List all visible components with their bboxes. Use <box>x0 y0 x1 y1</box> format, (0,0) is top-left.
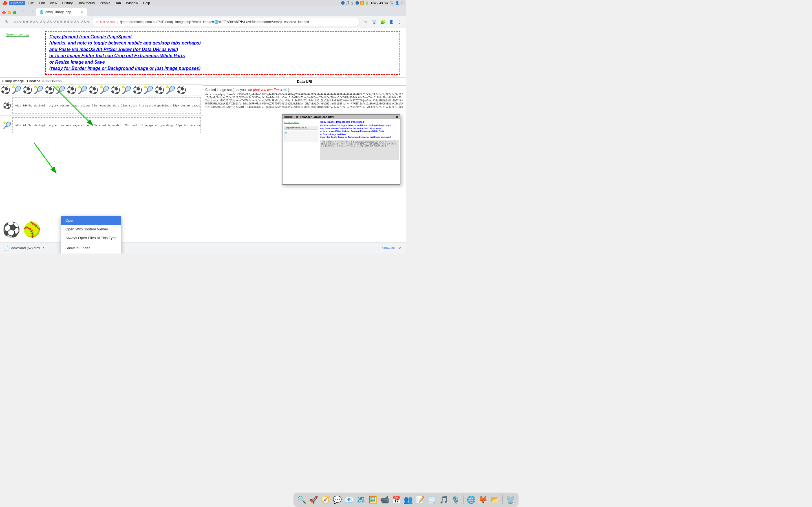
instruction-line2: (thanks, and note to toggle between mobi… <box>49 41 201 45</box>
profile-icon[interactable]: 👤 <box>388 18 395 25</box>
menu-window[interactable]: Window <box>124 1 140 5</box>
borderimg1-textarea[interactable]: <div id='borderimg1' style='border-image… <box>12 98 201 114</box>
extensions-icon[interactable]: 🧩 <box>379 18 386 25</box>
screenshot-line-5: (ready for Border Image or Background Im… <box>320 136 399 139</box>
creator-label: Creator <box>27 79 40 83</box>
screenshot-line-1: (thanks, and note to toggle between mobi… <box>320 124 399 127</box>
context-menu-open-viewer[interactable]: Open With System Viewer <box>61 225 121 233</box>
soccer-ball-icon: ⚽ <box>2 221 20 238</box>
context-menu-open[interactable]: Open <box>61 216 121 225</box>
cast-icon[interactable]: 📡 <box>370 18 378 25</box>
emoji-ball-9: ⚽ <box>89 86 98 95</box>
copied-label-text: Copied image src (that you can <box>205 88 252 92</box>
menu-people[interactable]: People <box>98 1 112 5</box>
tab-favicon: 🌐 <box>40 10 44 14</box>
screenshot-panel: ⬛⬛⬛ FTP uploader - download.html ✕ Local… <box>282 114 400 185</box>
remote-system-label[interactable]: Remote system <box>6 33 34 37</box>
window-close-button[interactable] <box>2 11 6 14</box>
separator: | <box>117 20 118 24</box>
menubar-control-icon[interactable]: ☰ <box>401 1 404 5</box>
emoji-ball-3: ⚽ <box>22 86 33 95</box>
emoji-ball-4: 🎾 <box>34 86 43 95</box>
address-bar-icons: ☆ 📡 🧩 👤 ⋮ <box>362 18 403 25</box>
screenshot-url-bar: rjmprogramming.com.au <box>284 126 317 129</box>
address-bar[interactable]: ⚠ Not Secure | rjmprogramming.com.au/PHP… <box>92 18 360 26</box>
screenshot-content: Local system rjmprogramming.com.au 🌐 Cop… <box>283 119 400 183</box>
menu-help[interactable]: Help <box>141 1 152 5</box>
menu-chrome[interactable]: Chrome <box>9 1 26 5</box>
menu-bookmarks[interactable]: Bookmarks <box>76 1 97 5</box>
copied-label: Copied image src (that you can (that you… <box>205 88 404 92</box>
browser-tab-active[interactable]: 🌐 emoji_image.php × <box>36 8 87 16</box>
security-icon: ⚠ <box>96 20 98 24</box>
screenshot-line-2: and Paste via macOS Alt-PrtScr Below (fo… <box>320 127 399 130</box>
emoji-ball-17: ⚽ <box>176 86 186 95</box>
borderimg2-textarea[interactable]: <div id='borderimg2' style='border-image… <box>12 117 201 133</box>
context-menu-separator-1 <box>61 243 121 243</box>
screenshot-right-content: Copy (Image) from Google PageSpeed (than… <box>319 119 400 183</box>
textarea-section-1: ⚽ <div id='borderimg1' style='border-ima… <box>0 96 203 115</box>
nav-back-button[interactable]: ‹ <box>19 7 27 15</box>
left-side-decoration-2: 🎾 <box>2 117 12 133</box>
menu-history[interactable]: History <box>60 1 75 5</box>
download-arrow-button[interactable]: ∧ <box>42 246 45 250</box>
emoji-ball-11: ⚽ <box>110 86 120 95</box>
menu-icon[interactable]: ⋮ <box>396 18 403 25</box>
email-italic-text: that you can Email 📧 <box>254 88 287 92</box>
nav-forward-button[interactable]: › <box>28 7 36 15</box>
download-bar-close[interactable]: × <box>397 245 403 251</box>
not-secure-label: Not Secure <box>100 20 116 24</box>
screenshot-line-3: or to an Image Editor that can Crop out … <box>320 130 399 133</box>
softball-icon: 🥎 <box>23 221 41 238</box>
screenshot-code-block: <rjf rjFTPurl="rjm-279-203-5-3.3.backbla… <box>320 140 399 160</box>
screenshot-panel-close[interactable]: ✕ <box>396 115 398 119</box>
show-all-button[interactable]: Show all <box>382 246 395 250</box>
panel-header-left: Emoji Image Creator (Paste Below) <box>0 78 203 84</box>
context-menu-separator-2 <box>61 253 121 253</box>
screenshot-local-label: Local system rjmprogramming.com.au 🌐 <box>283 119 319 183</box>
left-side-decoration-1: ⚽ <box>2 98 12 114</box>
screenshot-address-bar: rjmprogramming.com.au 🌐 <box>284 126 317 142</box>
tab-bar: ‹ › 🌐 emoji_image.php × + <box>0 6 406 16</box>
emoji-ball-1: ⚽ <box>1 86 10 95</box>
emoji-ball-13: ⚽ <box>133 86 142 95</box>
borderimg1-text: <div id='borderimg1' style='border-image… <box>15 104 201 107</box>
emoji-ball-14: 🎾 <box>144 86 153 95</box>
new-tab-button[interactable]: + <box>88 8 96 16</box>
data-uri-text-content: data:image/png;base64,iVBORw0KGgoAAAANSU… <box>205 93 403 108</box>
menu-tab[interactable]: Tab <box>113 1 123 5</box>
download-file-icon: 📄 <box>3 245 9 251</box>
emoji-ball-15: ⚽ <box>154 86 164 95</box>
context-menu-show-finder[interactable]: Show in Finder <box>61 244 121 252</box>
window-minimize-button[interactable] <box>8 11 11 14</box>
menu-view[interactable]: View <box>48 1 59 5</box>
menubar-time: Thu 7:43 pm <box>370 1 388 5</box>
window-maximize-button[interactable] <box>13 11 16 14</box>
copied-label-end: ): <box>288 88 290 92</box>
menu-edit[interactable]: Edit <box>37 1 47 5</box>
emoji-ball-5: ⚽ <box>45 86 54 95</box>
screenshot-local-system: Local system <box>284 121 317 124</box>
bookmark-icon[interactable]: ☆ <box>362 18 369 25</box>
emoji-ball-2: 🎾 <box>11 86 21 95</box>
emoji-ball-12: 🎾 <box>121 86 132 95</box>
menubar-user-icon[interactable]: 👤 <box>395 1 399 5</box>
refresh-button[interactable]: ↻ <box>3 18 11 26</box>
menu-file[interactable]: File <box>27 1 36 5</box>
screenshot-line-4: or Resize Image and Save <box>320 133 399 136</box>
main-area: Emoji Image Creator (Paste Below) ⚽ 🎾 ⚽ … <box>0 77 406 242</box>
download-filename: download (62).html <box>11 246 40 250</box>
context-menu-always-open[interactable]: Always Open Files of This Type <box>61 233 121 242</box>
emoji-ball-10: 🎾 <box>100 86 109 95</box>
address-row: ↻ ◁ ▷ ↺ ↻ ↺ ↻ ↺ ↻ ↺ ↻ ↺ ↻ ↺ ↻ ↺ ↻ ↺ ↻ ↺ … <box>0 16 406 28</box>
url-text: rjmprogramming.com.au/PHP/emoji_image.ph… <box>120 20 356 24</box>
context-menu: Open Open With System Viewer Always Open… <box>61 216 121 253</box>
apple-menu-icon[interactable]: 🍎 <box>2 1 7 5</box>
screenshot-panel-title: FTP uploader - download.html <box>294 115 334 119</box>
tab-title: emoji_image.php <box>45 10 79 14</box>
borderimg2-text: <div id='borderimg2' style='border-image… <box>15 124 201 127</box>
tab-close-button[interactable]: × <box>81 10 84 14</box>
menu-bar: 🍎 Chrome File Edit View History Bookmark… <box>0 0 406 6</box>
menubar-search-icon[interactable]: 🔍 <box>390 1 394 5</box>
chrome-window: ‹ › 🌐 emoji_image.php × + ↻ ◁ ▷ ↺ ↻ ↺ ↻ … <box>0 6 406 253</box>
